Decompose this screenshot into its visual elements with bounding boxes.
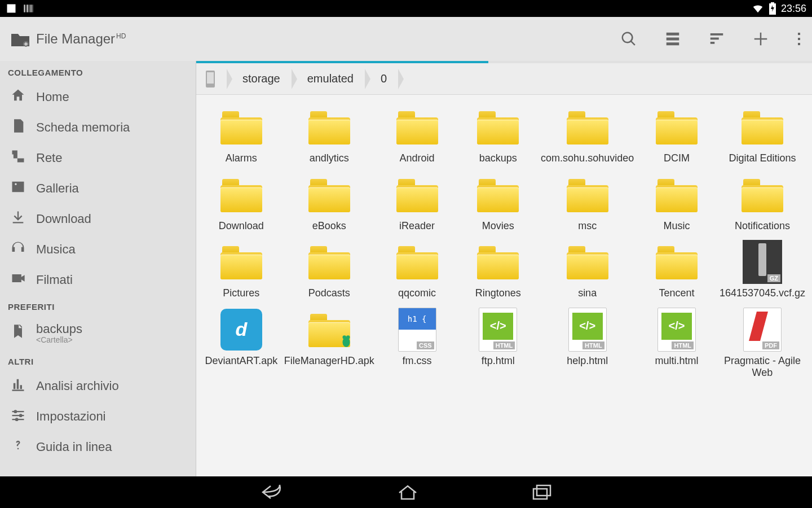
item-label: msc xyxy=(578,220,597,233)
sidebar-item-label: Analisi archivio xyxy=(36,379,119,393)
sidebar-item[interactable]: Filmati xyxy=(0,265,196,295)
breadcrumb-device[interactable] xyxy=(200,67,227,91)
gz-icon: GZ xyxy=(740,240,784,284)
folder-item[interactable]: Music xyxy=(637,170,716,235)
recents-button[interactable] xyxy=(531,484,553,501)
svg-rect-2 xyxy=(798,38,800,40)
file-item[interactable]: h1 {CSSfm.css xyxy=(378,305,457,382)
sidebar-item-label: Impostazioni xyxy=(36,409,106,424)
folder-icon xyxy=(307,240,351,284)
search-icon[interactable] xyxy=(620,30,637,47)
folder-item[interactable]: backups xyxy=(458,103,537,167)
sidebar-item[interactable]: Galleria xyxy=(0,173,196,204)
item-label: Podcasts xyxy=(308,287,350,300)
sliders-icon xyxy=(10,407,26,426)
file-item[interactable]: GZ1641537045.vcf.gz xyxy=(718,238,806,302)
sidebar-item-label: Filmati xyxy=(36,273,73,287)
home-button[interactable] xyxy=(397,484,418,501)
video-icon xyxy=(10,270,26,290)
sidebar-item-label: Scheda memoria xyxy=(36,120,130,135)
breadcrumb-segment[interactable]: 0 xyxy=(365,67,398,91)
download-icon xyxy=(10,209,26,229)
folder-icon xyxy=(395,240,439,284)
folder-icon xyxy=(307,105,351,149)
item-label: sina xyxy=(578,287,597,300)
folder-item[interactable]: Notifications xyxy=(718,170,806,235)
sidebar-item[interactable]: Guida in linea xyxy=(0,432,196,462)
sidebar-item[interactable]: Scheda memoria xyxy=(0,112,196,143)
item-label: iReader xyxy=(399,220,435,233)
folder-item[interactable]: Podcasts xyxy=(283,238,376,302)
sidebar-item[interactable]: Home xyxy=(0,82,196,112)
folder-item[interactable]: msc xyxy=(540,170,635,235)
item-label: DeviantART.apk xyxy=(205,355,277,367)
file-item[interactable]: PDFPragmatic - Agile Web xyxy=(718,305,806,382)
sidebar-item-label: backups xyxy=(36,322,82,336)
svg-rect-8 xyxy=(207,72,214,84)
sidebar-item[interactable]: Musica xyxy=(0,234,196,265)
folder-item[interactable]: Ringtones xyxy=(458,238,537,302)
overflow-menu-icon[interactable] xyxy=(796,30,802,47)
item-label: Download xyxy=(219,220,264,233)
folder-icon xyxy=(219,105,263,149)
item-label: Android xyxy=(400,152,435,165)
file-item[interactable]: FileManagerHD.apk xyxy=(283,305,376,382)
folder-item[interactable]: com.sohu.sohuvideo xyxy=(540,103,635,167)
folder-item[interactable]: eBooks xyxy=(283,170,376,235)
item-label: Digital Editions xyxy=(729,152,796,165)
folder-icon xyxy=(476,173,520,217)
svg-point-5 xyxy=(19,414,23,417)
battery-charging-icon xyxy=(769,2,776,15)
folder-item[interactable]: Download xyxy=(202,170,281,235)
sidebar-item-label: Home xyxy=(36,90,69,104)
house-icon xyxy=(10,87,26,107)
item-label: Movies xyxy=(482,220,514,233)
folder-item[interactable]: sina xyxy=(540,238,635,302)
chart-icon xyxy=(10,376,26,396)
folder-icon xyxy=(219,240,263,284)
sidebar: COLLEGAMENTO HomeScheda memoriaReteGalle… xyxy=(0,61,196,476)
folder-item[interactable]: Movies xyxy=(458,170,537,235)
sort-icon[interactable] xyxy=(708,30,725,47)
sidebar-item[interactable]: Analisi archivio xyxy=(0,371,196,401)
folder-item[interactable]: qqcomic xyxy=(378,238,457,302)
sidebar-section-other: ALTRI xyxy=(0,350,196,371)
file-item[interactable]: dDeviantART.apk xyxy=(202,305,281,382)
sidebar-item[interactable]: Rete xyxy=(0,143,196,173)
folder-item[interactable]: andlytics xyxy=(283,103,376,167)
sdcard-icon xyxy=(10,118,26,137)
folder-icon xyxy=(655,105,699,149)
sidebar-item[interactable]: Download xyxy=(0,204,196,234)
device-icon xyxy=(205,70,215,88)
file-item[interactable]: </>HTMLmulti.html xyxy=(637,305,716,382)
apk-da-icon: d xyxy=(219,308,263,352)
folder-item[interactable]: iReader xyxy=(378,170,457,235)
sidebar-item[interactable]: Impostazioni xyxy=(0,401,196,432)
svg-point-6 xyxy=(15,418,19,421)
folder-item[interactable]: Tencent xyxy=(637,238,716,302)
sidebar-section-favorites: PREFERITI xyxy=(0,295,196,316)
folder-item[interactable]: Pictures xyxy=(202,238,281,302)
breadcrumb-segment[interactable]: emulated xyxy=(292,67,365,91)
html-icon: </>HTML xyxy=(655,308,699,352)
barcode-notification-icon xyxy=(23,3,34,14)
item-label: FileManagerHD.apk xyxy=(284,355,374,367)
sidebar-item-sublabel: <Cartella> xyxy=(36,335,82,344)
item-label: multi.html xyxy=(655,355,699,367)
add-icon[interactable] xyxy=(752,30,769,47)
folder-item[interactable]: DCIM xyxy=(637,103,716,167)
folder-item[interactable]: Alarms xyxy=(202,103,281,167)
folder-item[interactable]: Digital Editions xyxy=(718,103,806,167)
item-label: Ringtones xyxy=(475,287,521,300)
sidebar-item-label: Guida in linea xyxy=(36,440,112,454)
svg-point-11 xyxy=(346,335,350,339)
back-button[interactable] xyxy=(259,483,284,502)
breadcrumb-segment[interactable]: storage xyxy=(227,67,292,91)
folder-item[interactable]: Android xyxy=(378,103,457,167)
sidebar-item[interactable]: backups<Cartella> xyxy=(0,316,196,350)
view-mode-icon[interactable] xyxy=(664,30,681,47)
file-item[interactable]: </>HTMLftp.html xyxy=(458,305,537,382)
svg-rect-1 xyxy=(798,33,800,35)
file-item[interactable]: </>HTMLhelp.html xyxy=(540,305,635,382)
item-label: Pragmatic - Agile Web xyxy=(720,355,805,379)
